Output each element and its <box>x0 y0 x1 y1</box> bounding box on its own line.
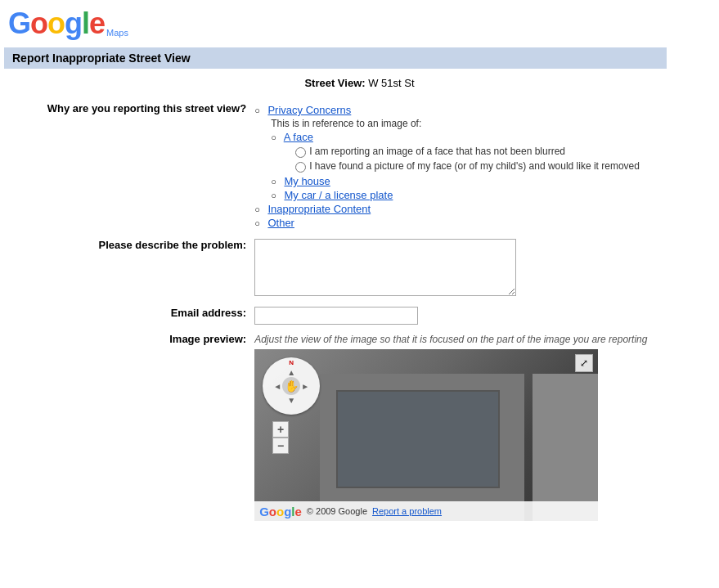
a-face-link[interactable]: A face <box>284 131 313 143</box>
option-face: A face I am reporting an image of a face… <box>271 131 698 173</box>
report-problem-link[interactable]: Report a problem <box>372 506 442 516</box>
report-form: Why are you reporting this street view? … <box>16 97 703 526</box>
image-preview-note: Adjust the view of the image so that it … <box>254 334 647 345</box>
other-link[interactable]: Other <box>267 217 294 229</box>
radio-blur[interactable] <box>295 147 306 158</box>
map-footer: Google © 2009 Google Report a problem <box>254 501 598 521</box>
report-options-list: Privacy Concerns This is in reference to… <box>254 104 698 229</box>
footer-e: e <box>295 505 302 518</box>
why-label: Why are you reporting this street view? <box>18 99 249 234</box>
nav-right-arrow[interactable]: ► <box>301 382 309 391</box>
email-label: Email address: <box>18 303 249 328</box>
sub-options-list: A face I am reporting an image of a face… <box>271 131 698 201</box>
logo-wordmark: Google <box>8 7 105 41</box>
page-title: Report Inappropriate Street View <box>4 47 667 69</box>
logo-letter-o1: o <box>30 7 47 40</box>
option-inappropriate: Inappropriate Content <box>254 203 698 215</box>
zoom-out-button[interactable]: − <box>272 438 289 454</box>
zoom-in-button[interactable]: + <box>272 421 289 438</box>
google-logo: Google Maps <box>8 7 711 41</box>
option-house: My house <box>271 175 698 187</box>
email-input-cell <box>251 303 701 328</box>
email-row: Email address: <box>18 303 701 328</box>
street-view-label: Street View: <box>304 77 365 89</box>
fullscreen-icon: ⤢ <box>580 357 588 369</box>
north-label: N <box>289 359 294 366</box>
image-preview-label: Image preview: <box>18 330 249 524</box>
radio-remove-label: I have found a picture of my face (or of… <box>309 160 640 172</box>
footer-o1: o <box>269 505 276 518</box>
logo-letter-g2: g <box>65 7 82 40</box>
privacy-concerns-link[interactable]: Privacy Concerns <box>267 104 351 116</box>
my-house-link[interactable]: My house <box>284 175 330 187</box>
sv-door-area <box>320 374 524 521</box>
radio-option-remove: I have found a picture of my face (or of… <box>295 160 698 173</box>
image-preview-row: Image preview: Adjust the view of the im… <box>18 330 701 524</box>
options-cell: Privacy Concerns This is in reference to… <box>251 99 701 234</box>
header: Google Maps <box>0 0 719 47</box>
face-radio-options: I am reporting an image of a face that h… <box>295 146 698 173</box>
option-other: Other <box>254 217 698 229</box>
problem-input-cell <box>251 236 701 302</box>
street-view-info: Street View: W 51st St <box>16 77 703 89</box>
option-privacy: Privacy Concerns This is in reference to… <box>254 104 698 201</box>
nav-arrows: ▲ ◄ ✋ ► ▼ <box>271 366 312 406</box>
nav-control[interactable]: N ▲ ◄ ✋ ► ▼ <box>263 357 320 415</box>
image-preview-cell: Adjust the view of the image so that it … <box>251 330 701 524</box>
problem-textarea[interactable] <box>254 239 516 296</box>
nav-left-arrow[interactable]: ◄ <box>273 382 281 391</box>
reference-text: This is in reference to an image of: <box>271 118 698 129</box>
radio-blur-label: I am reporting an image of a face that h… <box>309 146 565 157</box>
sv-building <box>533 374 598 521</box>
street-view-map[interactable]: N ▲ ◄ ✋ ► ▼ <box>254 349 598 521</box>
footer-g2: g <box>284 505 291 518</box>
logo-letter-g: G <box>8 7 30 40</box>
footer-o2: o <box>276 505 284 518</box>
footer-g: G <box>259 505 269 518</box>
problem-label: Please describe the problem: <box>18 236 249 302</box>
footer-google-logo: Google <box>259 505 302 518</box>
nav-down-arrow[interactable]: ▼ <box>287 396 295 405</box>
logo-letter-l: l <box>82 7 89 40</box>
inappropriate-content-link[interactable]: Inappropriate Content <box>267 203 371 215</box>
radio-remove[interactable] <box>295 162 306 173</box>
why-row: Why are you reporting this street view? … <box>18 99 701 234</box>
privacy-sub-options: This is in reference to an image of: A f… <box>271 118 698 201</box>
nav-center-hand[interactable]: ✋ <box>282 377 300 395</box>
fullscreen-button[interactable]: ⤢ <box>575 354 593 372</box>
logo-letter-o2: o <box>47 7 65 40</box>
main-content: Street View: W 51st St Why are you repor… <box>0 69 719 534</box>
radio-option-blur: I am reporting an image of a face that h… <box>295 146 698 158</box>
footer-copyright: © 2009 Google <box>307 506 367 516</box>
email-input[interactable] <box>254 307 418 325</box>
my-car-link[interactable]: My car / a license plate <box>284 189 393 201</box>
sv-glass <box>336 390 500 488</box>
logo-letter-e: e <box>89 7 105 40</box>
zoom-control: + − <box>272 421 289 454</box>
problem-row: Please describe the problem: <box>18 236 701 302</box>
nav-up-arrow[interactable]: ▲ <box>287 368 295 377</box>
logo-maps-label: Maps <box>106 28 128 38</box>
option-car: My car / a license plate <box>271 189 698 201</box>
street-view-location-value: W 51st St <box>368 77 414 89</box>
